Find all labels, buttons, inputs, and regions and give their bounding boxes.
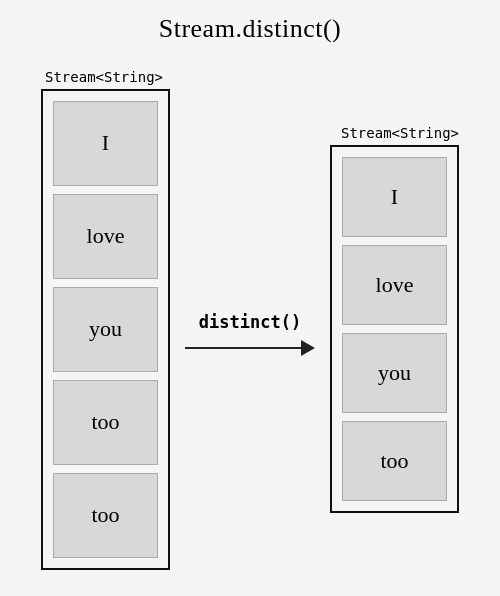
arrow-area: distinct()	[170, 219, 330, 419]
list-item: you	[53, 287, 158, 372]
list-item: love	[342, 245, 447, 325]
right-stream-label: Stream<String>	[337, 125, 459, 141]
left-stream-container: Stream<String> I love you too too	[41, 69, 170, 570]
list-item: you	[342, 333, 447, 413]
left-stream-label: Stream<String>	[41, 69, 163, 85]
right-stream-box: I love you too	[330, 145, 459, 513]
page-title: Stream.distinct()	[159, 14, 342, 44]
list-item: I	[342, 157, 447, 237]
list-item: too	[342, 421, 447, 501]
list-item: I	[53, 101, 158, 186]
arrow-line	[185, 340, 315, 356]
operation-label: distinct()	[199, 312, 301, 332]
arrow-head-icon	[301, 340, 315, 356]
list-item: too	[53, 380, 158, 465]
diagram-area: Stream<String> I love you too too distin…	[0, 52, 500, 596]
arrow-shaft	[185, 347, 301, 350]
left-stream-box: I love you too too	[41, 89, 170, 570]
list-item: too	[53, 473, 158, 558]
right-stream-container: Stream<String> I love you too	[330, 125, 459, 513]
list-item: love	[53, 194, 158, 279]
